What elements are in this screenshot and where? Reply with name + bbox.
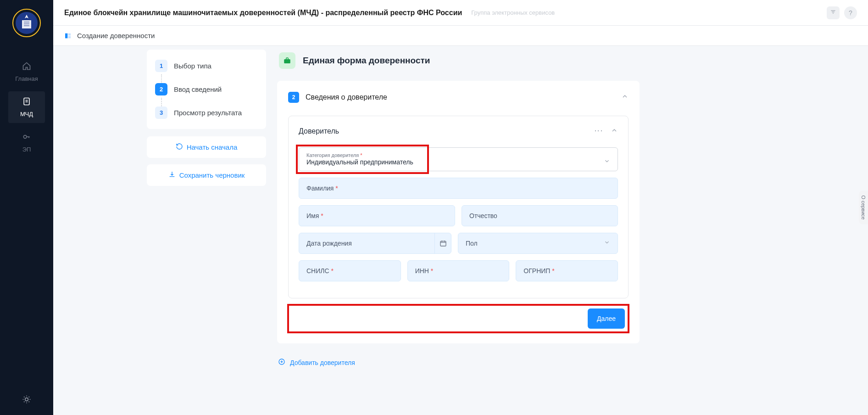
collapse-subsection-button[interactable] [611,127,618,136]
fns-logo [12,8,41,38]
help-icon: ? [849,9,852,17]
download-icon [168,171,176,179]
save-draft-button[interactable]: Сохранить черновик [147,164,266,186]
sidebar-item-label: Главная [15,75,38,82]
svg-rect-20 [65,33,67,38]
field-label: СНИЛС * [306,267,334,275]
svg-rect-22 [68,36,71,38]
snils-field[interactable]: СНИЛС * [299,260,401,281]
svg-point-5 [23,135,27,139]
add-trustor-link[interactable]: Добавить доверителя [277,353,356,372]
stepper-card: 1 Выбор типа 2 Ввод сведений 3 Просмотр … [147,50,266,129]
subsection-title: Доверитель [299,127,339,135]
more-actions-button[interactable]: ⋮ [594,127,604,136]
svg-point-8 [25,398,28,401]
svg-line-16 [29,397,29,397]
sub-header-title: Создание доверенности [77,32,155,39]
help-button[interactable]: ? [844,6,857,19]
document-icon [22,97,31,108]
step-num: 1 [155,60,167,72]
chevron-up-icon [611,128,618,135]
stepper-column: 1 Выбор типа 2 Ввод сведений 3 Просмотр … [147,50,266,192]
trustor-subsection: Доверитель ⋮ [288,116,629,298]
svg-rect-24 [440,241,446,246]
chevron-up-icon [621,94,629,101]
sidebar-item-mchd[interactable]: МЧД [8,91,45,123]
chevron-down-icon [604,158,610,166]
top-header: Единое блокчейн хранилище машиночитаемых… [53,0,868,26]
patronymic-field[interactable]: Отчество [462,205,618,226]
form-icon [64,32,72,39]
page-title: Единое блокчейн хранилище машиночитаемых… [64,9,462,17]
sub-header: Создание доверенности [53,26,868,46]
section-title: Сведения о доверителе [306,93,387,101]
step-label: Ввод сведений [174,85,222,93]
svg-line-14 [29,402,29,402]
field-label: Дата рождения [306,240,352,247]
field-label: ИНН * [415,267,434,275]
field-label: Фамилия * [306,185,338,192]
form-title-row: Единая форма доверенности [277,50,640,72]
filter-button[interactable] [827,6,840,19]
section-num: 2 [288,92,299,103]
briefcase-icon [279,52,295,69]
step-label: Выбор типа [174,62,211,70]
sidebar-item-label: МЧД [20,111,33,118]
svg-rect-23 [284,59,290,63]
calendar-icon [434,233,451,253]
category-label: Категория доверителя * [306,152,362,158]
inn-field[interactable]: ИНН * [407,260,510,281]
step-num: 2 [155,83,167,95]
step-2[interactable]: 2 Ввод сведений [155,78,258,101]
svg-line-13 [24,397,24,397]
birthdate-field[interactable]: Дата рождения [299,233,451,254]
restart-button[interactable]: Начать сначала [147,136,266,158]
category-value: Индивидуальный предприниматель [306,158,413,166]
section-card: 2 Сведения о доверителе Доверитель ⋮ [277,81,640,343]
collapse-section-button[interactable] [621,93,629,102]
field-label: ОГРНИП * [523,267,554,275]
key-icon [22,132,31,143]
field-label: Имя * [306,212,323,219]
next-button[interactable]: Далее [588,308,625,329]
main-content: 1 Выбор типа 2 Ввод сведений 3 Просмотр … [53,46,868,415]
form-title: Единая форма доверенности [303,56,430,66]
surname-field[interactable]: Фамилия * [299,178,618,199]
about-service-tab[interactable]: О сервисе [859,191,868,224]
home-icon [22,62,31,73]
name-field[interactable]: Имя * [299,205,455,226]
svg-rect-21 [68,33,71,35]
save-draft-label: Сохранить черновик [179,171,245,179]
ogrnip-field[interactable]: ОГРНИП * [516,260,618,281]
page-subtitle: Группа электронных сервисов [471,9,555,16]
add-trustor-label: Добавить доверителя [290,359,355,366]
chevron-down-icon [604,239,610,247]
kebab-icon: ⋮ [594,127,603,136]
form-column: Единая форма доверенности 2 Сведения о д… [277,50,640,372]
field-label: Отчество [469,212,497,219]
next-button-container: Далее [288,305,629,332]
reload-icon [176,143,183,151]
sidebar: Главная МЧД ЭП [0,0,53,415]
svg-line-15 [24,402,24,402]
section-header: 2 Сведения о доверителе [288,92,629,103]
step-label: Просмотр результата [174,109,242,117]
plus-circle-icon [278,358,285,367]
field-label: Пол [466,240,478,247]
sidebar-item-home[interactable]: Главная [8,56,45,88]
step-3[interactable]: 3 Просмотр результата [155,101,258,124]
gender-select[interactable]: Пол [458,233,618,254]
restart-label: Начать сначала [187,143,238,151]
step-1[interactable]: 1 Выбор типа [155,54,258,78]
sidebar-item-label: ЭП [22,146,31,153]
step-num: 3 [155,107,167,119]
sidebar-item-ep[interactable]: ЭП [8,127,45,158]
filter-icon [830,9,836,17]
theme-toggle[interactable] [22,395,31,406]
category-select[interactable]: Категория доверителя * Индивидуальный пр… [299,147,618,171]
sun-icon [22,398,31,405]
